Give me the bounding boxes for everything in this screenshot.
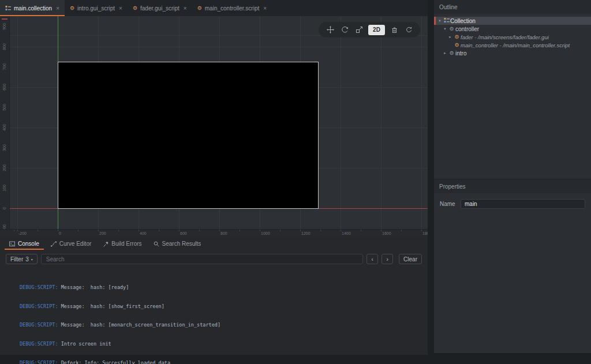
ruler-label: 0 bbox=[2, 207, 6, 209]
console-output: DEBUG:SCRIPT: Message: hash: [ready] DEB… bbox=[0, 267, 428, 355]
tab-fader-gui-script[interactable]: ⚙ fader.gui_script × bbox=[128, 0, 192, 16]
ruler-label: 400 bbox=[140, 231, 147, 235]
outline-row-collection[interactable]: ▾ Collection bbox=[434, 17, 591, 25]
tab-build-errors[interactable]: Build Errors bbox=[98, 238, 146, 250]
right-panel: Outline ▾ Collection ▾ ⚙ controller ▸ ⚙ … bbox=[434, 0, 591, 353]
tab-search-results[interactable]: Search Results bbox=[149, 238, 206, 250]
console-toolbar: Filter 3 ▾ ‹ › Clear bbox=[0, 252, 428, 267]
refresh-button[interactable] bbox=[402, 24, 415, 36]
build-errors-icon bbox=[103, 241, 109, 247]
tab-label: intro.gui_script bbox=[77, 5, 115, 12]
outline-row-label: controller bbox=[455, 26, 479, 32]
gui-script-icon: ⚙ bbox=[133, 6, 137, 11]
console-line[interactable]: DEBUG:SCRIPT: Message: hash: [ready] bbox=[20, 284, 428, 291]
ruler-label: 1400 bbox=[342, 231, 351, 235]
next-match-button[interactable]: › bbox=[381, 254, 393, 264]
property-name-row: Name bbox=[434, 193, 591, 209]
collection-icon bbox=[444, 17, 450, 23]
ruler-label: 300 bbox=[2, 144, 6, 151]
bottom-panel-tab-bar: Console Curve Editor Build Errors Search… bbox=[0, 238, 428, 250]
ruler-label: 900 bbox=[2, 23, 6, 30]
clear-button[interactable]: Clear bbox=[399, 254, 422, 264]
ruler-origin-mark bbox=[2, 18, 8, 20]
ruler-label: 800 bbox=[2, 43, 6, 50]
tab-label: main.collection bbox=[14, 5, 52, 12]
filter-count-badge: 3 bbox=[25, 256, 29, 262]
ruler-label: 0 bbox=[59, 231, 61, 235]
move-tool-button[interactable] bbox=[324, 24, 336, 36]
curve-editor-icon bbox=[51, 241, 57, 247]
outline-row-main-controller[interactable]: ⚙ main_controller - /main/main_controlle… bbox=[434, 41, 591, 49]
vertical-ruler: 900 800 700 600 500 400 300 200 100 0 -1… bbox=[0, 16, 10, 238]
outline-header: Outline bbox=[434, 0, 591, 14]
caret-right-icon[interactable]: ▸ bbox=[447, 35, 453, 39]
ruler-label: 1000 bbox=[261, 231, 270, 235]
script-icon: ⚙ bbox=[453, 43, 461, 48]
tab-intro-gui-script[interactable]: ⚙ intro.gui_script × bbox=[65, 0, 128, 16]
scene-toolbar: 2D bbox=[319, 22, 420, 37]
horizontal-ruler: -200 0 200 400 600 800 1000 1200 1400 16… bbox=[0, 229, 428, 238]
outline-row-intro[interactable]: ▸ ⚙ intro bbox=[434, 49, 591, 57]
filter-label: Filter bbox=[10, 256, 23, 262]
outline-row-label: Collection bbox=[450, 18, 476, 24]
tab-label: Build Errors bbox=[111, 241, 141, 247]
scale-tool-button[interactable] bbox=[353, 24, 365, 36]
refresh-icon bbox=[405, 26, 413, 33]
console-line[interactable]: DEBUG:SCRIPT: Defork: Info: Succesfully … bbox=[20, 360, 428, 364]
game-screen-bounds bbox=[58, 62, 319, 209]
tab-main-controller-script[interactable]: ⚙ main_controller.script × bbox=[192, 0, 272, 16]
console-line[interactable]: DEBUG:SCRIPT: Message: hash: [monarch_sc… bbox=[20, 322, 428, 328]
ruler-label: 600 bbox=[180, 231, 187, 235]
tab-label: Console bbox=[18, 241, 39, 247]
tab-close-icon[interactable]: × bbox=[263, 5, 267, 12]
prev-match-button[interactable]: ‹ bbox=[366, 254, 378, 264]
console-icon bbox=[9, 241, 15, 247]
rotate-icon bbox=[341, 26, 349, 33]
tab-close-icon[interactable]: × bbox=[184, 5, 187, 12]
chevron-down-icon: ▾ bbox=[31, 257, 33, 261]
search-icon bbox=[154, 241, 159, 247]
collection-icon bbox=[5, 5, 11, 11]
rotate-tool-button[interactable] bbox=[338, 24, 351, 36]
caret-right-icon[interactable]: ▸ bbox=[442, 51, 448, 55]
gui-script-icon: ⚙ bbox=[70, 6, 74, 11]
filter-button[interactable]: Filter 3 ▾ bbox=[6, 254, 38, 264]
outline-row-label: fader - /main/screens/fader/fader.gui bbox=[461, 34, 549, 40]
trash-button[interactable] bbox=[388, 24, 401, 36]
ruler-label: 600 bbox=[2, 84, 6, 91]
caret-down-icon[interactable]: ▾ bbox=[437, 18, 443, 23]
tab-close-icon[interactable]: × bbox=[56, 5, 59, 12]
move-icon bbox=[327, 26, 334, 33]
chevron-right-icon: › bbox=[386, 256, 388, 262]
tab-label: main_controller.script bbox=[205, 5, 259, 12]
outline-row-label: main_controller - /main/main_controller.… bbox=[461, 42, 570, 48]
ruler-label: 500 bbox=[2, 104, 6, 111]
outline-tree: ▾ Collection ▾ ⚙ controller ▸ ⚙ fader - … bbox=[434, 14, 591, 179]
outline-row-fader[interactable]: ▸ ⚙ fader - /main/screens/fader/fader.gu… bbox=[434, 33, 591, 41]
console-line[interactable]: DEBUG:SCRIPT: Intro screen init bbox=[20, 341, 428, 347]
tab-curve-editor[interactable]: Curve Editor bbox=[46, 238, 96, 250]
ruler-label: 1200 bbox=[301, 231, 311, 235]
gui-icon: ⚙ bbox=[453, 35, 461, 40]
ruler-label: 200 bbox=[99, 231, 106, 235]
scene-editor-viewport[interactable]: 900 800 700 600 500 400 300 200 100 0 -1… bbox=[0, 16, 428, 238]
scale-icon bbox=[356, 26, 363, 33]
console-line[interactable]: DEBUG:SCRIPT: Message: hash: [show_first… bbox=[20, 303, 428, 310]
script-icon: ⚙ bbox=[197, 6, 202, 11]
properties-header: Properties bbox=[434, 179, 591, 193]
tab-console[interactable]: Console bbox=[5, 238, 44, 250]
caret-down-icon[interactable]: ▾ bbox=[442, 27, 448, 31]
ruler-label: 1600 bbox=[382, 231, 391, 235]
perspective-2d-button[interactable]: 2D bbox=[368, 25, 385, 35]
ruler-label: -200 bbox=[18, 231, 27, 235]
editor-main-area: main.collection × ⚙ intro.gui_script × ⚙… bbox=[0, 0, 428, 355]
tab-label: Search Results bbox=[162, 241, 201, 247]
game-object-icon: ⚙ bbox=[448, 27, 455, 32]
tab-main-collection[interactable]: main.collection × bbox=[0, 0, 65, 16]
search-input[interactable] bbox=[41, 254, 363, 264]
outline-row-controller[interactable]: ▾ ⚙ controller bbox=[434, 25, 591, 33]
name-label: Name bbox=[440, 201, 456, 207]
name-field[interactable] bbox=[461, 199, 585, 209]
chevron-left-icon: ‹ bbox=[371, 256, 373, 262]
tab-close-icon[interactable]: × bbox=[119, 5, 122, 12]
